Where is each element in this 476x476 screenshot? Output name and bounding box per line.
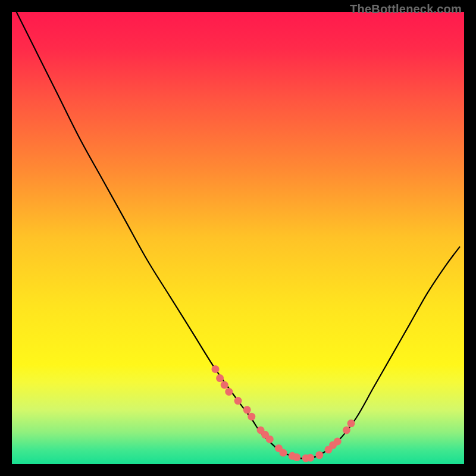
highlight-dot: [243, 406, 251, 414]
highlight-dot: [216, 374, 224, 382]
watermark-text: TheBottleneck.com: [350, 2, 462, 16]
plot-area: [12, 12, 464, 464]
chart-svg: [12, 12, 464, 464]
highlight-dot: [266, 436, 274, 443]
highlight-dot: [225, 388, 233, 396]
highlight-dot: [343, 427, 350, 434]
highlight-dot: [315, 451, 323, 459]
chart-background: [12, 12, 464, 464]
highlight-dot: [248, 413, 255, 421]
highlight-dot: [280, 449, 287, 457]
highlight-dot: [212, 365, 220, 373]
highlight-dot: [221, 381, 228, 389]
highlight-dot: [293, 453, 300, 461]
highlight-dot: [347, 419, 355, 427]
chart-container: TheBottleneck.com: [0, 0, 476, 476]
highlight-dot: [234, 397, 242, 405]
highlight-dot: [334, 438, 342, 446]
highlight-dot: [306, 454, 314, 462]
